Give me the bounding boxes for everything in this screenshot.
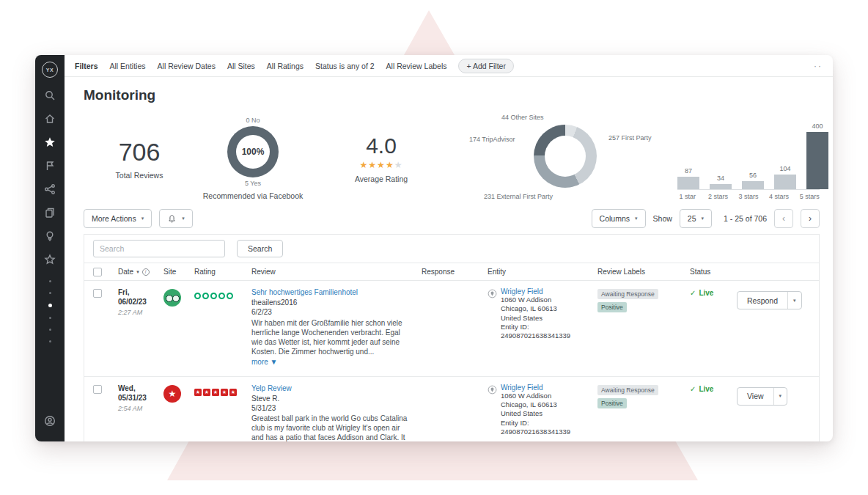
next-page-button[interactable]: › xyxy=(801,209,820,228)
subnav-dot-active[interactable] xyxy=(48,304,52,307)
star-icon: ★ xyxy=(377,160,386,170)
total-reviews-label: Total Reviews xyxy=(95,171,183,180)
home-icon[interactable] xyxy=(44,113,56,125)
review-title-link[interactable]: Sehr hochwertiges Familienhotel xyxy=(251,287,408,297)
filter-all-review-dates[interactable]: All Review Dates xyxy=(158,62,216,70)
search-button-label: Search xyxy=(248,244,272,253)
row-checkbox[interactable] xyxy=(93,289,102,298)
sort-desc-icon[interactable]: ▾ xyxy=(136,269,139,275)
column-header-response: Response xyxy=(422,268,488,276)
subnav-dot[interactable] xyxy=(49,340,51,342)
sidebar: YX xyxy=(35,55,65,441)
recommended-donut: 100% xyxy=(227,126,279,177)
page-size-select[interactable]: 25 ▾ xyxy=(680,209,712,228)
more-actions-button[interactable]: More Actions ▾ xyxy=(84,209,152,228)
respond-button[interactable]: Respond ▾ xyxy=(737,291,802,309)
table-header: Date ▾ i Site Rating Review Response Ent… xyxy=(84,263,819,281)
bar-1-star: 87 xyxy=(677,167,699,189)
review-author: Steve R. xyxy=(251,394,408,403)
search-input[interactable] xyxy=(93,240,225,257)
tripadvisor-icon xyxy=(163,289,181,307)
columns-button[interactable]: Columns ▾ xyxy=(592,209,646,228)
subnav-dot[interactable] xyxy=(49,317,51,319)
filters-label: Filters xyxy=(75,62,98,70)
star-icon: ★ xyxy=(368,160,377,170)
lightbulb-icon[interactable] xyxy=(44,230,56,242)
subnav-dot[interactable] xyxy=(49,292,51,294)
star-icon: ★ xyxy=(386,160,394,170)
sites-donut-stat: 44 Other Sites 174 TripAdvisor 257 First… xyxy=(469,112,667,205)
row-checkbox[interactable] xyxy=(93,385,102,394)
entity-name-link[interactable]: Wrigley Field xyxy=(501,384,570,392)
flag-icon[interactable] xyxy=(44,160,56,172)
search-button[interactable]: Search xyxy=(237,240,283,257)
column-header-entity: Entity xyxy=(488,268,597,276)
rating-bubbles xyxy=(194,287,251,299)
pagination-range: 1 - 25 of 706 xyxy=(724,214,767,223)
review-more-link[interactable]: more ▼ xyxy=(251,357,277,367)
rating-distribution-chart: 873456104400 1 star2 stars3 stars4 stars… xyxy=(677,117,820,200)
add-filter-button[interactable]: + Add Filter xyxy=(458,59,513,73)
info-icon[interactable]: i xyxy=(142,268,150,276)
bar-value: 104 xyxy=(779,165,790,172)
filter-status[interactable]: Status is any of 2 xyxy=(315,62,375,70)
main-area: Filters All Entities All Review Dates Al… xyxy=(65,55,833,441)
filter-all-ratings[interactable]: All Ratings xyxy=(267,62,304,70)
column-header-site: Site xyxy=(163,268,194,276)
action-label: View xyxy=(738,388,773,405)
entity-address-line: United States xyxy=(501,409,570,418)
subnav-dot[interactable] xyxy=(49,280,51,282)
filter-all-entities[interactable]: All Entities xyxy=(110,62,146,70)
view-button[interactable]: View ▾ xyxy=(737,387,787,406)
review-time: 2:54 AM xyxy=(118,405,163,412)
chevron-down-icon[interactable]: ▾ xyxy=(773,388,787,405)
app-logo[interactable]: YX xyxy=(42,62,58,78)
review-excerpt: Greatest ball park in the world Go cubs … xyxy=(251,414,408,441)
review-title-link[interactable]: Yelp Review xyxy=(251,384,408,393)
chevron-down-icon[interactable]: ▾ xyxy=(787,292,801,309)
chevron-down-icon: ▾ xyxy=(702,216,705,221)
label-chip-positive: Positive xyxy=(597,398,627,408)
average-rating-stars: ★★★★★ xyxy=(337,160,425,170)
pages-icon[interactable] xyxy=(44,207,56,219)
social-star-icon[interactable] xyxy=(44,254,56,265)
table-row: Fri, 06/02/23 2:27 AM Sehr hochwertiges … xyxy=(84,281,819,377)
select-all-checkbox[interactable] xyxy=(93,268,102,276)
bar-5-stars: 400 xyxy=(806,122,828,189)
column-header-date[interactable]: Date ▾ i xyxy=(118,268,163,276)
bar-rect xyxy=(806,132,828,189)
star-icon: ★ xyxy=(360,160,369,170)
entity-address-line: 1060 W Addison xyxy=(501,392,570,400)
search-icon[interactable] xyxy=(44,89,56,101)
status-text: Live xyxy=(699,289,713,297)
reviews-star-icon[interactable] xyxy=(44,136,56,148)
yelp-star-icon: ★ xyxy=(229,389,237,396)
recommended-donut-center: 100% xyxy=(236,135,270,169)
review-date: 05/31/23 xyxy=(118,393,163,403)
filter-bar: Filters All Entities All Review Dates Al… xyxy=(65,55,833,77)
rating-bubbles: ★★★★★ xyxy=(194,384,251,396)
subnav-dot[interactable] xyxy=(49,329,51,331)
entity-name-link[interactable]: Wrigley Field xyxy=(501,287,570,296)
sites-donut xyxy=(534,125,597,188)
bar-4-stars: 104 xyxy=(774,165,796,189)
status-cell: ✓ Live xyxy=(690,287,737,297)
review-cell: Sehr hochwertiges Familienhotel theailen… xyxy=(251,287,422,367)
label-chip-awaiting-response: Awaiting Response xyxy=(597,385,658,395)
column-header-status: Status xyxy=(690,268,737,276)
review-labels-cell: Awaiting Response Positive xyxy=(597,384,690,408)
review-date-inline: 5/31/23 xyxy=(251,403,408,413)
network-icon[interactable] xyxy=(44,183,56,195)
filter-all-review-labels[interactable]: All Review Labels xyxy=(386,62,447,70)
overflow-menu-icon[interactable]: ·· xyxy=(814,61,823,71)
account-icon[interactable] xyxy=(44,415,56,427)
map-pin-icon xyxy=(488,288,497,341)
prev-page-button[interactable]: ‹ xyxy=(774,209,793,228)
yelp-star-icon: ★ xyxy=(194,389,202,396)
status-cell: ✓ Live xyxy=(690,384,737,393)
review-date: 06/02/23 xyxy=(118,297,163,307)
review-cell: Yelp Review Steve R. 5/31/23 Greatest ba… xyxy=(251,384,422,442)
filter-all-sites[interactable]: All Sites xyxy=(227,62,255,70)
notifications-button[interactable]: ▾ xyxy=(159,209,193,228)
label-chip-awaiting-response: Awaiting Response xyxy=(597,289,658,299)
